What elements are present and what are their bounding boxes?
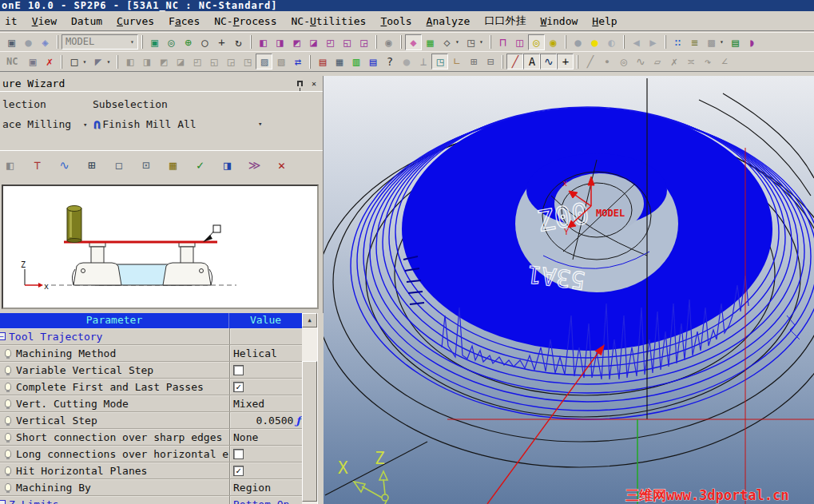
menu-item[interactable]: Window bbox=[540, 15, 578, 27]
dot-icon[interactable]: ● bbox=[398, 54, 415, 69]
plane-icon[interactable]: ▱ bbox=[649, 54, 665, 69]
param-value[interactable]: Mixed bbox=[229, 395, 302, 411]
top-view-icon[interactable]: ◱ bbox=[339, 34, 355, 50]
show-trajectory-icon[interactable]: ◉ bbox=[545, 34, 562, 50]
geometry-icon[interactable]: ⊞ bbox=[83, 157, 100, 173]
chevron-down-icon[interactable]: ▾ bbox=[83, 121, 90, 129]
pin-button[interactable] bbox=[293, 78, 306, 89]
rotate-entity-icon[interactable]: ◪ bbox=[172, 54, 189, 69]
menu-item[interactable]: NC-Process bbox=[214, 15, 276, 27]
tree-expand-icon[interactable]: ⊞ bbox=[465, 54, 482, 69]
param-value[interactable]: Region bbox=[229, 479, 302, 495]
show-tool-icon[interactable]: ⊓ bbox=[494, 34, 511, 50]
curve-icon[interactable]: ∿ bbox=[540, 54, 557, 69]
dropdown-arrow-icon[interactable]: ▾ bbox=[720, 38, 727, 46]
scale-icon[interactable]: ◰ bbox=[189, 54, 205, 69]
pan-icon[interactable]: + bbox=[213, 34, 230, 50]
param-value[interactable]: Helical bbox=[229, 345, 302, 361]
tool-process-icon[interactable]: ∿ bbox=[56, 157, 73, 173]
template-icon[interactable]: ◧ bbox=[2, 157, 18, 173]
front-view-icon[interactable]: ◨ bbox=[272, 34, 288, 50]
copy-icon[interactable]: ◧ bbox=[121, 54, 138, 69]
part-icon[interactable]: ▣ bbox=[3, 34, 20, 50]
param-row[interactable]: −Z LimitsBottom On bbox=[0, 496, 302, 504]
camera-view-icon[interactable]: ◉ bbox=[380, 34, 397, 50]
execute-icon[interactable]: ≫ bbox=[246, 157, 263, 173]
close-procedure-icon[interactable]: ✕ bbox=[273, 157, 290, 173]
move-icon[interactable]: ◩ bbox=[155, 54, 172, 69]
param-row[interactable]: Machining MethodHelical bbox=[0, 345, 302, 362]
bottom-view-icon[interactable]: ◲ bbox=[355, 34, 372, 50]
back-view-icon[interactable]: ◩ bbox=[288, 34, 305, 50]
light-on-icon[interactable]: ● bbox=[586, 34, 603, 50]
next-view-icon[interactable]: ▶ bbox=[645, 34, 661, 50]
dropdown-arrow-icon[interactable]: ▾ bbox=[106, 58, 113, 65]
offset-icon[interactable]: ◱ bbox=[205, 54, 222, 69]
left-view-icon[interactable]: ◪ bbox=[305, 34, 322, 50]
tree-collapse-icon[interactable]: ⊟ bbox=[482, 54, 498, 69]
simulate-icon[interactable]: ⊡ bbox=[137, 157, 154, 173]
delete-icon[interactable]: ✗ bbox=[665, 54, 682, 69]
solid-corner-icon[interactable]: ∟ bbox=[448, 54, 465, 69]
spotlight-icon[interactable]: ◐ bbox=[603, 34, 620, 50]
scroll-up-button[interactable]: ▲ bbox=[302, 313, 317, 327]
new-template-icon[interactable]: ▤ bbox=[727, 34, 744, 50]
param-value[interactable]: 0.0500ƒ bbox=[229, 412, 302, 428]
menu-item[interactable]: Datum bbox=[71, 15, 102, 27]
show-holder-icon[interactable]: ◫ bbox=[511, 34, 528, 50]
dropdown-arrow-icon[interactable]: ▾ bbox=[82, 58, 89, 65]
add-icon[interactable]: + bbox=[557, 54, 574, 69]
menu-item[interactable]: Tools bbox=[380, 15, 411, 27]
param-row[interactable]: Vert. Cutting ModeMixed bbox=[0, 395, 302, 412]
pattern-icon[interactable]: ▧ bbox=[272, 54, 289, 69]
tool-icon[interactable]: ⊤ bbox=[29, 157, 46, 173]
connect-icon[interactable]: ⇄ bbox=[289, 54, 306, 69]
circle-icon[interactable]: ◎ bbox=[615, 54, 632, 69]
light-off-icon[interactable]: ● bbox=[570, 34, 586, 50]
collapse-icon[interactable]: − bbox=[0, 500, 6, 504]
formula-icon[interactable]: ƒ bbox=[296, 415, 300, 427]
procedures-icon[interactable]: ▤ bbox=[314, 54, 331, 69]
zoom-icon[interactable]: ○ bbox=[197, 34, 213, 50]
menu-item[interactable]: Help bbox=[592, 15, 617, 27]
text-icon[interactable]: A bbox=[523, 54, 540, 69]
pin-select-icon[interactable]: ◤ bbox=[89, 54, 106, 69]
previous-view-icon[interactable]: ◀ bbox=[628, 34, 645, 50]
close-button[interactable]: ✕ bbox=[308, 78, 320, 89]
hatch-icon[interactable]: ▨ bbox=[256, 54, 272, 69]
param-row[interactable]: Machining ByRegion bbox=[0, 479, 302, 496]
wireframe-view-icon[interactable]: ◇ bbox=[439, 34, 455, 50]
param-row[interactable]: Variable Vertical Step bbox=[0, 362, 302, 379]
snapshot-icon[interactable]: ▩ bbox=[703, 34, 720, 50]
flip-icon[interactable]: ↷ bbox=[699, 54, 716, 69]
param-row[interactable]: Short connection over sharp edgesNone bbox=[0, 429, 302, 446]
chevron-down-icon[interactable]: ▾ bbox=[130, 35, 137, 49]
line-icon[interactable]: ╱ bbox=[582, 54, 598, 69]
mirror-icon[interactable]: ◨ bbox=[138, 54, 155, 69]
shaded-view-icon[interactable]: ◆ bbox=[405, 34, 422, 50]
menu-item[interactable]: 口口外挂 bbox=[484, 14, 526, 28]
menu-item[interactable]: View bbox=[32, 15, 57, 27]
menu-item[interactable]: it bbox=[5, 15, 18, 27]
tool-table-icon[interactable]: ▦ bbox=[165, 157, 181, 173]
param-row[interactable]: Long connections over horizontal e bbox=[0, 446, 302, 462]
checkbox[interactable]: ✓ bbox=[233, 382, 244, 392]
param-value[interactable] bbox=[229, 446, 302, 462]
delete-cursor-icon[interactable]: ✗ bbox=[41, 54, 58, 69]
param-row[interactable]: Complete First and Last Passes✓ bbox=[0, 379, 302, 395]
nc-part-icon[interactable]: ◗ bbox=[744, 34, 760, 50]
list-icon[interactable]: ▥ bbox=[347, 54, 364, 69]
preview-icon[interactable]: ◻ bbox=[110, 157, 127, 173]
measure-icon[interactable]: ≡ bbox=[686, 34, 703, 50]
show-tool-tip-icon[interactable]: ◎ bbox=[528, 34, 545, 50]
dropdown-arrow-icon[interactable]: ▾ bbox=[479, 38, 486, 46]
help-bubble-icon[interactable]: ? bbox=[381, 54, 398, 69]
node-icon[interactable]: ◳ bbox=[431, 54, 448, 69]
param-value[interactable]: Bottom On bbox=[229, 496, 302, 504]
scrollbar-thumb[interactable] bbox=[302, 361, 317, 502]
corner-icon[interactable]: ∠ bbox=[716, 54, 733, 69]
image-icon[interactable]: ▦ bbox=[331, 54, 347, 69]
trim-icon[interactable]: ≍ bbox=[682, 54, 699, 69]
process-type-select[interactable]: ace Milling ▾ bbox=[2, 118, 90, 130]
param-value[interactable]: ✓ bbox=[229, 462, 302, 478]
